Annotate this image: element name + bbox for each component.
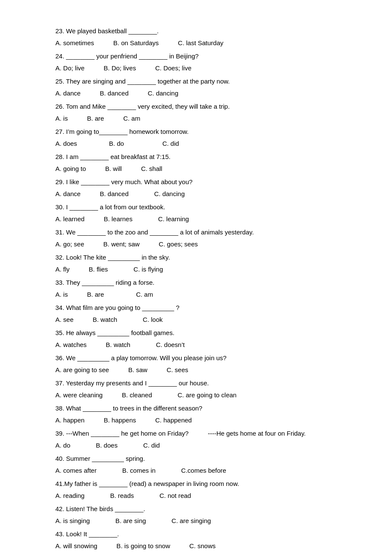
answer-options: A. dance B. danced C. dancing bbox=[55, 88, 337, 99]
question-text: 35. He always _________ football games. bbox=[55, 327, 337, 338]
question-item: 41.My father is ________ (read) a newspa… bbox=[55, 478, 337, 501]
answer-options: A. do B. does C. did bbox=[55, 440, 337, 451]
question-text: 33. They _________ riding a forse. bbox=[55, 277, 337, 288]
question-item: 40. Summer _________ spring.A. comes aft… bbox=[55, 453, 337, 476]
question-item: 32. Look! The kite _________ in the sky.… bbox=[55, 252, 337, 275]
question-text: 36. We _________ a play tomorrow. Will y… bbox=[55, 353, 337, 364]
answer-options: A. see B. watch C. look bbox=[55, 314, 337, 325]
question-text: 24. ________ your penfriend ________ in … bbox=[55, 51, 337, 62]
question-item: 30. I ________ a lot from our textbook.A… bbox=[55, 202, 337, 224]
question-item: 43. Look! It ________.A. will snowing B.… bbox=[55, 529, 337, 551]
question-item: 25. They are singing and ________ togeth… bbox=[55, 76, 337, 98]
question-item: 31. We ________ to the zoo and ________ … bbox=[55, 227, 337, 249]
answer-options: A. going to B. will C. shall bbox=[55, 163, 337, 174]
question-text: 29. I like ________ very much. What abou… bbox=[55, 176, 337, 188]
question-item: 33. They _________ riding a forse.A. is … bbox=[55, 277, 337, 300]
answer-options: A. is B. are C. am bbox=[55, 289, 337, 300]
question-text: 39. ---When ________ he get home on Frid… bbox=[55, 428, 337, 439]
question-item: 38. What ________ to trees in the differ… bbox=[55, 403, 337, 425]
answer-options: A. does B. do C. did bbox=[55, 138, 337, 149]
answer-options: A. will snowing B. is going to snow C. s… bbox=[55, 541, 337, 552]
question-item: 28. I am ________ eat breakfast at 7:15.… bbox=[55, 151, 337, 174]
question-text: 37. Yesterday my presents and I ________… bbox=[55, 378, 337, 389]
question-text: 41.My father is ________ (read) a newspa… bbox=[55, 478, 337, 489]
answer-options: A. go; see B. went; saw C. goes; sees bbox=[55, 239, 337, 250]
question-item: 39. ---When ________ he get home on Frid… bbox=[55, 428, 337, 451]
question-item: 24. ________ your penfriend ________ in … bbox=[55, 51, 337, 73]
question-text: 38. What ________ to trees in the differ… bbox=[55, 403, 337, 414]
answer-options: A. comes after B. comes in C.comes befor… bbox=[55, 465, 337, 476]
questions-container: 23. We played basketball ________.A. som… bbox=[55, 26, 337, 555]
question-text: 27. I’m going to________ homework tomorr… bbox=[55, 126, 337, 137]
answer-options: A. Do; live B. Do; lives C. Does; live bbox=[55, 63, 337, 74]
question-text: 40. Summer _________ spring. bbox=[55, 453, 337, 464]
answer-options: A. are going to see B. saw C. sees bbox=[55, 364, 337, 376]
answer-options: A. sometimes B. on Saturdays C. last Sat… bbox=[55, 38, 337, 49]
answer-options: A. is singing B. are sing C. are singing bbox=[55, 515, 337, 526]
question-text: 25. They are singing and ________ togeth… bbox=[55, 76, 337, 87]
answer-options: A. learned B. learnes C. learning bbox=[55, 214, 337, 225]
answer-options: A. reading B. reads C. not read bbox=[55, 490, 337, 501]
question-text: 28. I am ________ eat breakfast at 7:15. bbox=[55, 151, 337, 162]
question-item: 37. Yesterday my presents and I ________… bbox=[55, 378, 337, 400]
question-text: 32. Look! The kite _________ in the sky. bbox=[55, 252, 337, 263]
answer-options: A. fly B. flies C. is flying bbox=[55, 264, 337, 275]
question-text: 42. Listen! The birds ________. bbox=[55, 503, 337, 515]
question-item: 34. What film are you going to _________… bbox=[55, 302, 337, 325]
question-text: 43. Look! It ________. bbox=[55, 529, 337, 540]
answer-options: A. were cleaning B. cleaned C. are going… bbox=[55, 390, 337, 401]
question-item: 35. He always _________ football games.A… bbox=[55, 327, 337, 350]
question-text: 34. What film are you going to _________… bbox=[55, 302, 337, 313]
question-item: 27. I’m going to________ homework tomorr… bbox=[55, 126, 337, 149]
answer-options: A. happen B. happens C. happened bbox=[55, 415, 337, 426]
question-item: 42. Listen! The birds ________.A. is sin… bbox=[55, 503, 337, 526]
answer-options: A. watches B. watch C. doesn’t bbox=[55, 339, 337, 350]
question-text: 26. Tom and Mike ________ very excited, … bbox=[55, 101, 337, 112]
question-item: 23. We played basketball ________.A. som… bbox=[55, 26, 337, 48]
question-text: 31. We ________ to the zoo and ________ … bbox=[55, 227, 337, 238]
question-item: 29. I like ________ very much. What abou… bbox=[55, 176, 337, 199]
question-item: 26. Tom and Mike ________ very excited, … bbox=[55, 101, 337, 124]
answer-options: A. is B. are C. am bbox=[55, 113, 337, 124]
question-text: 30. I ________ a lot from our textbook. bbox=[55, 202, 337, 213]
answer-options: A. dance B. danced C. dancing bbox=[55, 188, 337, 199]
question-text: 23. We played basketball ________. bbox=[55, 26, 337, 37]
question-item: 36. We _________ a play tomorrow. Will y… bbox=[55, 353, 337, 375]
